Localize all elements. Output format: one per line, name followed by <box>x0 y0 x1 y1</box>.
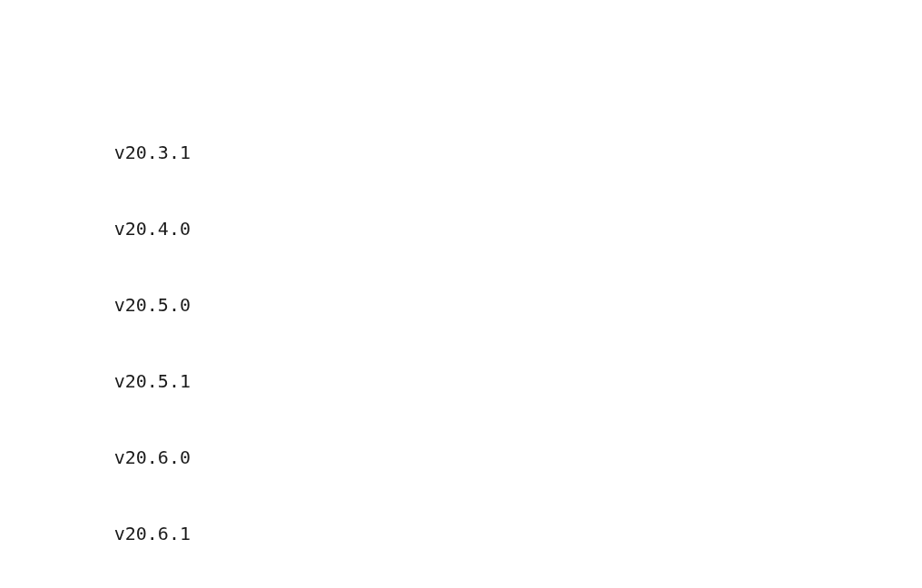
version-text: v20.6.1 <box>0 521 191 546</box>
version-text: v20.5.1 <box>0 368 191 394</box>
version-row: v20.5.0 <box>0 292 922 318</box>
version-text: v20.3.1 <box>0 140 191 165</box>
version-row: v20.6.0 <box>0 445 922 470</box>
version-text: v20.6.0 <box>0 445 191 470</box>
version-row: v20.6.1 <box>0 521 922 546</box>
version-text: v20.5.0 <box>0 292 191 318</box>
version-row: v20.3.1 <box>0 140 922 165</box>
version-row: v20.5.1 <box>0 368 922 394</box>
version-text: v20.4.0 <box>0 216 191 241</box>
version-row: v20.3.0 <box>0 76 922 89</box>
terminal-output: v20.3.0 v20.3.1 v20.4.0 v20.5.0 v20.5.1 … <box>0 0 922 588</box>
version-row: v20.4.0 <box>0 216 922 241</box>
